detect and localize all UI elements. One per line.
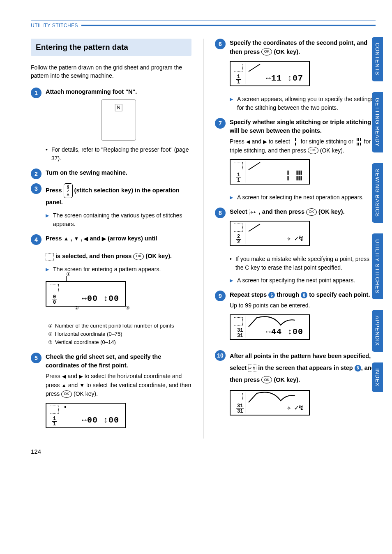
ok-key-icon: OK xyxy=(261,48,272,55)
step-7-body: Press ◀ and ▶ to select for single stitc… xyxy=(230,137,376,155)
step-4-head: Press ▲ , ▼ , ◀ and ▶ (arrow keys) until… xyxy=(46,234,191,261)
finish-pattern-icon: ✓↯ xyxy=(294,234,303,243)
step-1-head: Attach monogramming foot "N". xyxy=(46,88,191,97)
s7e: (OK key). xyxy=(320,147,344,154)
s8c: (OK key). xyxy=(318,208,345,215)
arrow-up-icon: ▲ xyxy=(61,381,67,390)
svg-line-18 xyxy=(249,224,260,231)
step-8-bullet: If you make a mistake while specifying a… xyxy=(230,255,376,272)
header-rule-top xyxy=(31,21,376,21)
stitch-options xyxy=(286,171,302,180)
step-2-head: Turn on the sewing machine. xyxy=(46,169,191,178)
lcd-coords: ↔44 ↕00 xyxy=(266,327,303,337)
legend-1: Number of the current point/Total number… xyxy=(55,323,174,329)
s5and2: and xyxy=(68,382,79,388)
single-stitch-icon xyxy=(286,171,290,180)
step-3-head-a: Press xyxy=(46,187,64,194)
arrow-right-icon: ▶ xyxy=(263,138,267,146)
tab-appendix[interactable]: APPENDIX xyxy=(372,310,383,352)
step-10: 10 After all points in the pattern have … xyxy=(215,350,376,420)
s4a: Press xyxy=(46,235,64,242)
s4and: and xyxy=(90,235,102,242)
step-7: 7 Specify whether single stitching or tr… xyxy=(215,118,376,202)
step-badge-6: 6 xyxy=(215,39,226,49)
content-columns: Entering the pattern data Follow the pat… xyxy=(31,39,376,439)
mycustom-stitch-icon xyxy=(46,253,54,261)
right-column: 6 Specify the coordinates of the second … xyxy=(215,39,376,439)
page-number: 124 xyxy=(31,448,41,455)
s7and: and xyxy=(252,138,263,145)
ok-key-icon: OK xyxy=(61,390,72,398)
add-point-icon: ✧+ xyxy=(249,209,257,216)
tab-sewing-basics[interactable]: SEWING BASICS xyxy=(372,163,383,223)
finish-pattern-icon: ✓↯ xyxy=(294,403,303,412)
step-5: 5 Check the grid sheet set, and specify … xyxy=(31,353,191,433)
lcd-fraction: 0 0 xyxy=(52,295,57,305)
step-badge-8: 8 xyxy=(215,208,226,218)
lcd-pattern-icon xyxy=(248,392,305,404)
ref-step-6-icon: 6 xyxy=(268,292,275,298)
tab-getting-ready[interactable]: GETTING READY xyxy=(372,92,383,152)
step-6: 6 Specify the coordinates of the second … xyxy=(215,39,376,112)
ok-key-icon: OK xyxy=(261,376,272,383)
arrow-left-icon: ◀ xyxy=(62,372,66,381)
header-bar: UTILITY STITCHES xyxy=(31,23,376,28)
s8b: , and then press xyxy=(259,208,306,215)
finish-pattern-icon: ✓↯ xyxy=(248,365,256,372)
page: UTILITY STITCHES Entering the pattern da… xyxy=(0,0,392,447)
intro-text: Follow the pattern drawn on the grid she… xyxy=(31,63,191,80)
next-op-icons: ✧ ✓↯ xyxy=(286,234,303,243)
step-1: 1 Attach monogramming foot "N". For deta… xyxy=(31,88,191,163)
ok-key-icon: OK xyxy=(133,253,144,260)
s4b: (arrow keys) until xyxy=(108,235,157,242)
triple-stitch-icon xyxy=(296,171,302,180)
lcd-step-10: 3131 ✧ ✓↯ xyxy=(230,390,310,416)
lcd-mode-icon xyxy=(234,393,243,401)
arrow-down-icon: ▼ xyxy=(74,235,79,243)
single-stitch-icon xyxy=(292,138,299,145)
svg-line-9 xyxy=(249,162,260,170)
section-title-wrap: Entering the pattern data xyxy=(31,39,191,56)
ref-step-8-icon: 8 xyxy=(355,365,361,372)
lcd-step-5: 11 ↔00 ↕00 xyxy=(46,403,126,428)
step-5-head: Check the grid sheet set, and specify th… xyxy=(46,353,191,371)
step-3-result: The screen containing the various types … xyxy=(46,211,191,229)
lcd-mode-icon xyxy=(234,162,243,170)
lcd-step-7: 11 xyxy=(230,159,310,185)
lcd-step-9: 3131 ↔44 ↕00 xyxy=(230,314,310,340)
ok-key-icon: OK xyxy=(306,208,317,216)
s4c: is selected, and then press xyxy=(55,253,133,259)
arrow-right-icon: ▶ xyxy=(102,235,106,243)
s4c1: , xyxy=(70,235,74,242)
step-8-head: Select ✧+ , and then press OK (OK key). xyxy=(230,208,376,217)
add-point-icon: ✧ xyxy=(286,234,291,243)
ok-key-icon: OK xyxy=(308,147,318,154)
tab-utility-stitches[interactable]: UTILITY STITCHES xyxy=(372,233,383,299)
step-3-head: Press §⟋A (stitch selection key) in the … xyxy=(46,183,191,207)
lcd-path-icon xyxy=(248,161,264,171)
s7a: Press xyxy=(230,138,246,145)
arrow-right-icon: ▶ xyxy=(79,372,83,381)
step-9: 9 Repeat steps 6 through 8 to specify ea… xyxy=(215,291,376,344)
legend-2: Horizontal coordinate (0–75) xyxy=(55,331,122,337)
step-9-head: Repeat steps 6 through 8 to specify each… xyxy=(230,291,376,300)
arrow-left-icon: ◀ xyxy=(84,235,88,243)
s7b: to select xyxy=(269,138,292,145)
s4d: (OK key). xyxy=(145,253,172,259)
tab-index[interactable]: INDEX xyxy=(372,362,383,392)
lcd-step-8: 22 ✧ ✓↯ xyxy=(230,221,310,246)
side-tabs: CONTENTS GETTING READY SEWING BASICS UTI… xyxy=(372,37,383,392)
stitch-selection-key-icon: §⟋A xyxy=(64,183,73,198)
lcd-coords: ↔11 ↕07 xyxy=(266,74,303,83)
step-1-bullet: For details, refer to "Replacing the pre… xyxy=(46,145,191,163)
presser-foot-illustration xyxy=(101,99,136,141)
step-3: 3 Press §⟋A (stitch selection key) in th… xyxy=(31,183,191,229)
s5a: Press xyxy=(46,373,62,379)
ref-step-8-icon: 8 xyxy=(301,292,307,298)
lcd-path-icon xyxy=(248,62,264,72)
s6b: (OK key). xyxy=(274,48,300,55)
add-point-icon: ✧ xyxy=(286,403,291,412)
header-rule xyxy=(81,25,376,26)
tab-contents[interactable]: CONTENTS xyxy=(372,37,383,81)
s9c: to specify each point. xyxy=(309,291,370,298)
